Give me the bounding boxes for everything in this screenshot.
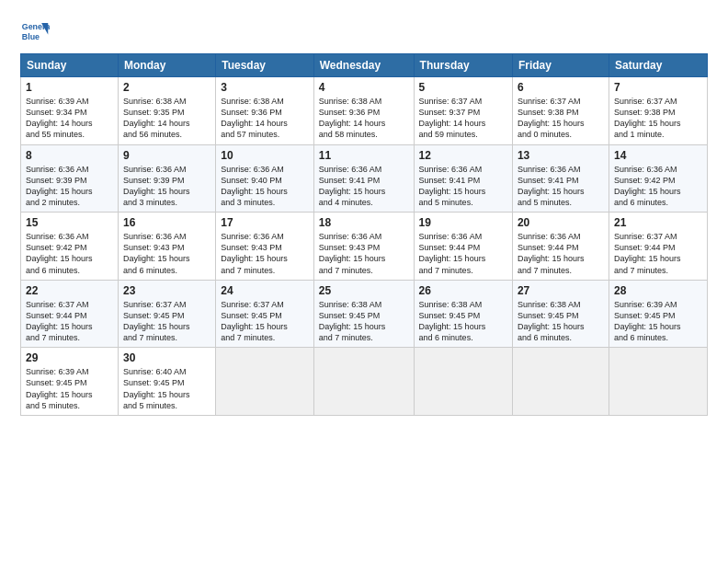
calendar-week-row: 8Sunrise: 6:36 AM Sunset: 9:39 PM Daylig… [21, 144, 708, 213]
calendar-cell [609, 348, 707, 416]
day-number: 30 [123, 351, 210, 364]
day-number: 15 [26, 216, 113, 229]
header: General Blue [20, 17, 708, 46]
day-number: 10 [221, 149, 309, 162]
day-number: 2 [123, 81, 210, 94]
day-info: Sunrise: 6:36 AM Sunset: 9:39 PM Dayligh… [123, 164, 210, 209]
day-info: Sunrise: 6:36 AM Sunset: 9:39 PM Dayligh… [26, 164, 113, 209]
day-number: 1 [26, 81, 113, 94]
day-number: 11 [319, 149, 409, 162]
calendar-cell [512, 348, 609, 416]
day-info: Sunrise: 6:38 AM Sunset: 9:36 PM Dayligh… [319, 96, 409, 141]
day-number: 3 [221, 81, 309, 94]
day-info: Sunrise: 6:36 AM Sunset: 9:41 PM Dayligh… [518, 164, 604, 209]
calendar-cell: 14Sunrise: 6:36 AM Sunset: 9:42 PM Dayli… [609, 144, 707, 213]
calendar-header-row: SundayMondayTuesdayWednesdayThursdayFrid… [21, 54, 708, 77]
calendar-cell: 7Sunrise: 6:37 AM Sunset: 9:38 PM Daylig… [609, 77, 707, 145]
calendar-week-row: 29Sunrise: 6:39 AM Sunset: 9:45 PM Dayli… [21, 348, 708, 416]
day-info: Sunrise: 6:38 AM Sunset: 9:45 PM Dayligh… [518, 299, 604, 344]
col-header-wednesday: Wednesday [313, 54, 414, 77]
calendar-week-row: 22Sunrise: 6:37 AM Sunset: 9:44 PM Dayli… [21, 280, 708, 348]
day-info: Sunrise: 6:38 AM Sunset: 9:45 PM Dayligh… [419, 299, 507, 344]
day-number: 20 [518, 216, 604, 229]
calendar-cell: 24Sunrise: 6:37 AM Sunset: 9:45 PM Dayli… [216, 280, 314, 348]
calendar-cell: 15Sunrise: 6:36 AM Sunset: 9:42 PM Dayli… [21, 213, 119, 281]
day-number: 5 [419, 81, 507, 94]
calendar-cell: 9Sunrise: 6:36 AM Sunset: 9:39 PM Daylig… [118, 144, 215, 213]
day-info: Sunrise: 6:36 AM Sunset: 9:41 PM Dayligh… [319, 164, 409, 209]
calendar-cell: 3Sunrise: 6:38 AM Sunset: 9:36 PM Daylig… [216, 77, 314, 145]
calendar-cell: 2Sunrise: 6:38 AM Sunset: 9:35 PM Daylig… [118, 77, 215, 145]
calendar-cell [414, 348, 512, 416]
calendar-cell: 25Sunrise: 6:38 AM Sunset: 9:45 PM Dayli… [313, 280, 414, 348]
col-header-friday: Friday [512, 54, 609, 77]
day-info: Sunrise: 6:37 AM Sunset: 9:37 PM Dayligh… [419, 96, 507, 141]
day-info: Sunrise: 6:38 AM Sunset: 9:45 PM Dayligh… [319, 299, 409, 344]
col-header-saturday: Saturday [609, 54, 707, 77]
calendar-week-row: 15Sunrise: 6:36 AM Sunset: 9:42 PM Dayli… [21, 213, 708, 281]
svg-text:Blue: Blue [22, 32, 40, 41]
day-info: Sunrise: 6:36 AM Sunset: 9:44 PM Dayligh… [518, 231, 604, 276]
day-info: Sunrise: 6:36 AM Sunset: 9:41 PM Dayligh… [419, 164, 507, 209]
logo-icon: General Blue [20, 17, 50, 46]
calendar-cell: 27Sunrise: 6:38 AM Sunset: 9:45 PM Dayli… [512, 280, 609, 348]
day-number: 22 [26, 284, 113, 297]
day-info: Sunrise: 6:36 AM Sunset: 9:43 PM Dayligh… [123, 231, 210, 276]
day-info: Sunrise: 6:39 AM Sunset: 9:34 PM Dayligh… [26, 96, 113, 141]
calendar-cell: 23Sunrise: 6:37 AM Sunset: 9:45 PM Dayli… [118, 280, 215, 348]
calendar-cell: 19Sunrise: 6:36 AM Sunset: 9:44 PM Dayli… [414, 213, 512, 281]
day-number: 29 [26, 351, 113, 364]
day-info: Sunrise: 6:36 AM Sunset: 9:44 PM Dayligh… [419, 231, 507, 276]
day-number: 25 [319, 284, 409, 297]
calendar-week-row: 1Sunrise: 6:39 AM Sunset: 9:34 PM Daylig… [21, 77, 708, 145]
day-info: Sunrise: 6:36 AM Sunset: 9:42 PM Dayligh… [614, 164, 702, 209]
calendar-cell: 8Sunrise: 6:36 AM Sunset: 9:39 PM Daylig… [21, 144, 119, 213]
calendar-cell: 17Sunrise: 6:36 AM Sunset: 9:43 PM Dayli… [216, 213, 314, 281]
calendar-cell: 28Sunrise: 6:39 AM Sunset: 9:45 PM Dayli… [609, 280, 707, 348]
day-number: 23 [123, 284, 210, 297]
day-info: Sunrise: 6:39 AM Sunset: 9:45 PM Dayligh… [614, 299, 702, 344]
day-number: 12 [419, 149, 507, 162]
day-info: Sunrise: 6:37 AM Sunset: 9:44 PM Dayligh… [26, 299, 113, 344]
col-header-monday: Monday [118, 54, 215, 77]
day-info: Sunrise: 6:37 AM Sunset: 9:45 PM Dayligh… [221, 299, 309, 344]
day-number: 7 [614, 81, 702, 94]
calendar-cell: 20Sunrise: 6:36 AM Sunset: 9:44 PM Dayli… [512, 213, 609, 281]
day-number: 26 [419, 284, 507, 297]
col-header-tuesday: Tuesday [216, 54, 314, 77]
day-info: Sunrise: 6:40 AM Sunset: 9:45 PM Dayligh… [123, 366, 210, 411]
calendar-cell [216, 348, 314, 416]
calendar-cell: 10Sunrise: 6:36 AM Sunset: 9:40 PM Dayli… [216, 144, 314, 213]
calendar-cell: 22Sunrise: 6:37 AM Sunset: 9:44 PM Dayli… [21, 280, 119, 348]
day-number: 13 [518, 149, 604, 162]
col-header-thursday: Thursday [414, 54, 512, 77]
day-info: Sunrise: 6:37 AM Sunset: 9:38 PM Dayligh… [614, 96, 702, 141]
calendar-cell: 16Sunrise: 6:36 AM Sunset: 9:43 PM Dayli… [118, 213, 215, 281]
calendar-cell: 30Sunrise: 6:40 AM Sunset: 9:45 PM Dayli… [118, 348, 215, 416]
col-header-sunday: Sunday [21, 54, 119, 77]
calendar-cell [313, 348, 414, 416]
day-number: 4 [319, 81, 409, 94]
calendar-cell: 18Sunrise: 6:36 AM Sunset: 9:43 PM Dayli… [313, 213, 414, 281]
day-number: 9 [123, 149, 210, 162]
calendar-cell: 4Sunrise: 6:38 AM Sunset: 9:36 PM Daylig… [313, 77, 414, 145]
logo: General Blue [20, 17, 53, 46]
day-info: Sunrise: 6:37 AM Sunset: 9:45 PM Dayligh… [123, 299, 210, 344]
day-info: Sunrise: 6:38 AM Sunset: 9:36 PM Dayligh… [221, 96, 309, 141]
day-number: 8 [26, 149, 113, 162]
day-number: 24 [221, 284, 309, 297]
calendar-cell: 1Sunrise: 6:39 AM Sunset: 9:34 PM Daylig… [21, 77, 119, 145]
day-info: Sunrise: 6:36 AM Sunset: 9:43 PM Dayligh… [221, 231, 309, 276]
day-info: Sunrise: 6:36 AM Sunset: 9:40 PM Dayligh… [221, 164, 309, 209]
calendar-cell: 11Sunrise: 6:36 AM Sunset: 9:41 PM Dayli… [313, 144, 414, 213]
calendar-cell: 12Sunrise: 6:36 AM Sunset: 9:41 PM Dayli… [414, 144, 512, 213]
calendar: SundayMondayTuesdayWednesdayThursdayFrid… [20, 53, 708, 416]
calendar-cell: 26Sunrise: 6:38 AM Sunset: 9:45 PM Dayli… [414, 280, 512, 348]
page: General Blue SundayMondayTuesdayWednesda… [0, 0, 728, 563]
day-info: Sunrise: 6:37 AM Sunset: 9:38 PM Dayligh… [518, 96, 604, 141]
day-info: Sunrise: 6:36 AM Sunset: 9:42 PM Dayligh… [26, 231, 113, 276]
day-number: 6 [518, 81, 604, 94]
day-number: 19 [419, 216, 507, 229]
day-number: 27 [518, 284, 604, 297]
calendar-cell: 5Sunrise: 6:37 AM Sunset: 9:37 PM Daylig… [414, 77, 512, 145]
